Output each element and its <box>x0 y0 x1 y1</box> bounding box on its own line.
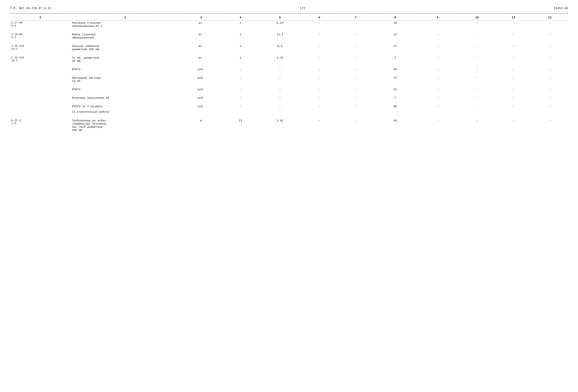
header-center: I73 <box>300 7 305 10</box>
row-col9: – <box>416 87 459 92</box>
main-table: I 2 3 4 5 6 7 8 9 IO II I2 2.I7-89 6-4 Р… <box>10 15 568 133</box>
top-dashed-line <box>10 13 568 14</box>
row-col10: – <box>459 75 495 84</box>
row-col10: – <box>459 118 495 133</box>
table-row: Накладные расходы I3,3% руб. – – – – II … <box>10 75 568 84</box>
section-col1 <box>10 109 71 115</box>
row-col3: руб. <box>180 75 222 84</box>
row-col1: 5.I6-223 23-I <box>10 55 71 63</box>
row-col4: II <box>222 118 259 133</box>
row-col8: I3 <box>374 32 416 40</box>
row-col11: – <box>495 87 531 92</box>
row-col8: 9I <box>374 87 416 92</box>
row-col6: – <box>301 118 337 133</box>
row-col11: – <box>495 118 531 133</box>
row-col2: Раковина стальная эмалированная РС-2 <box>71 20 180 29</box>
row-col5: 8,9 <box>259 44 301 52</box>
row-col11: – <box>495 20 531 29</box>
row-gap <box>10 40 568 44</box>
row-col5: 3,33 <box>259 55 301 63</box>
row-col7: – <box>337 104 374 109</box>
row-col3: м <box>180 118 222 133</box>
row-col7: – <box>337 95 374 100</box>
header-left: Т.П. 807-I0-II8.87 А-IУ <box>10 7 51 10</box>
row-col12: – <box>532 67 568 72</box>
row-col11: – <box>495 55 531 63</box>
row-col12: – <box>532 44 568 52</box>
table-row: 2.I7-89 6-4 Раковина стальная эмалирован… <box>10 20 568 29</box>
col-header-5: 5 <box>259 15 301 20</box>
table-row: ИТОГО руб. – – – – 80 – – – – <box>10 67 568 72</box>
col-header-2: 2 <box>71 15 180 20</box>
row-col1: 2.I7-89 6-4 <box>10 20 71 29</box>
col-header-7: 7 <box>337 15 374 20</box>
row-col5: – <box>259 104 301 109</box>
col-header-8: 8 <box>374 15 416 20</box>
table-row: 3.I8-80 6-I Мойка стальная эмалированная… <box>10 32 568 40</box>
row-col6: – <box>301 55 337 63</box>
col-header-10: IO <box>459 15 495 20</box>
row-col8: I8 <box>374 20 416 29</box>
row-col2: ИТОГО <box>71 87 180 92</box>
col-header-3: 3 <box>180 15 222 20</box>
row-col2: Накладные расходы I3,3% <box>71 75 180 84</box>
row-col6: – <box>301 67 337 72</box>
row-col8: 7 <box>374 95 416 100</box>
row-col8: 27 <box>374 44 416 52</box>
row-col6: – <box>301 104 337 109</box>
row-col3: руб. <box>180 95 222 100</box>
row-col4: – <box>222 87 259 92</box>
col-header-6: 6 <box>301 15 337 20</box>
row-col9: – <box>416 104 459 109</box>
row-col6: – <box>301 20 337 29</box>
row-col6: – <box>301 44 337 52</box>
row-col10: – <box>459 20 495 29</box>
header-right: 22453-04 <box>554 7 568 10</box>
row-col4: I <box>222 32 259 40</box>
row-col2: Мойка стальная эмалированная <box>71 32 180 40</box>
row-col11: – <box>495 32 531 40</box>
row-col2: Трубопровод из асбес- тоцементных безнап… <box>71 118 180 133</box>
row-col4: I <box>222 55 259 63</box>
row-col1 <box>10 67 71 72</box>
row-col6: – <box>301 32 337 40</box>
row-col3: руб. <box>180 104 222 109</box>
row-col5: – <box>259 87 301 92</box>
row-col2: Сальник набивной диаметром 200 мм <box>71 44 180 52</box>
row-col9: – <box>416 32 459 40</box>
col-header-4: 4 <box>222 15 259 20</box>
row-col12: – <box>532 118 568 133</box>
row-col6: – <box>301 87 337 92</box>
row-col12: – <box>532 87 568 92</box>
row-gap <box>10 100 568 104</box>
table-row: ИТОГО по I разделу руб. – – – – 98 – – –… <box>10 104 568 109</box>
table-row: ИТОГО руб. – – – – 9I – – – – <box>10 87 568 92</box>
row-col9: – <box>416 118 459 133</box>
row-col8: 3 <box>374 55 416 63</box>
section-label-row: II.Строительные работы <box>10 109 568 115</box>
table-row: 5.I6-223 23-I То же, диаметром 50 мм шт.… <box>10 55 568 63</box>
row-col10: – <box>459 44 495 52</box>
header: Т.П. 807-I0-II8.87 А-IУ I73 22453-04 <box>10 7 568 11</box>
column-header-row: I 2 3 4 5 6 7 8 9 IO II I2 <box>10 15 568 20</box>
section-label-text: II.Строительные работы <box>71 109 568 115</box>
row-col4: – <box>222 67 259 72</box>
main-table-container: I 2 3 4 5 6 7 8 9 IO II I2 2.I7-89 6-4 Р… <box>10 15 568 133</box>
col-header-11: II <box>495 15 531 20</box>
row-col5: – <box>259 95 301 100</box>
row-col8: 80 <box>374 67 416 72</box>
row-col9: – <box>416 44 459 52</box>
row-col2: ИТОГО по I разделу <box>71 104 180 109</box>
row-col9: – <box>416 20 459 29</box>
row-col7: – <box>337 55 374 63</box>
row-gap <box>10 92 568 95</box>
row-col1 <box>10 87 71 92</box>
row-col3: шт. <box>180 55 222 63</box>
row-col12: – <box>532 95 568 100</box>
row-col7: – <box>337 67 374 72</box>
col-header-1: I <box>10 15 71 20</box>
row-col7: – <box>337 32 374 40</box>
row-gap <box>10 63 568 67</box>
row-col2: ИТОГО <box>71 67 180 72</box>
row-col7: – <box>337 87 374 92</box>
